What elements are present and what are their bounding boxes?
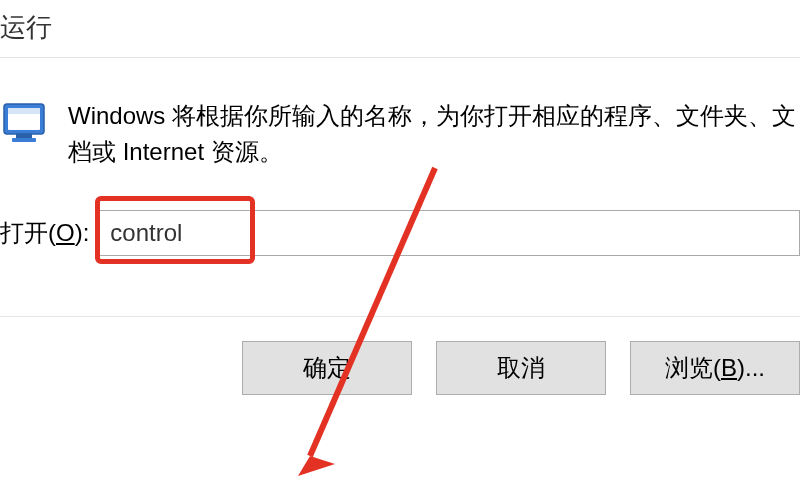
content-area: Windows 将根据你所输入的名称，为你打开相应的程序、文件夹、文档或 Int… [0, 58, 800, 395]
open-label: 打开(O): [0, 217, 89, 249]
svg-marker-6 [298, 456, 335, 476]
info-row: Windows 将根据你所输入的名称，为你打开相应的程序、文件夹、文档或 Int… [0, 98, 800, 170]
dialog-title: 运行 [0, 12, 52, 42]
title-bar: 运行 [0, 0, 800, 58]
svg-rect-4 [12, 138, 36, 142]
ok-button[interactable]: 确定 [242, 341, 412, 395]
svg-rect-2 [8, 108, 40, 114]
cancel-button[interactable]: 取消 [436, 341, 606, 395]
input-row: 打开(O): [0, 210, 800, 256]
open-input[interactable] [97, 210, 800, 256]
run-description: Windows 将根据你所输入的名称，为你打开相应的程序、文件夹、文档或 Int… [68, 98, 800, 170]
input-wrapper [97, 210, 800, 256]
browse-button[interactable]: 浏览(B)... [630, 341, 800, 395]
run-icon [0, 98, 48, 146]
button-row: 确定 取消 浏览(B)... [0, 316, 800, 395]
svg-rect-3 [16, 134, 32, 138]
